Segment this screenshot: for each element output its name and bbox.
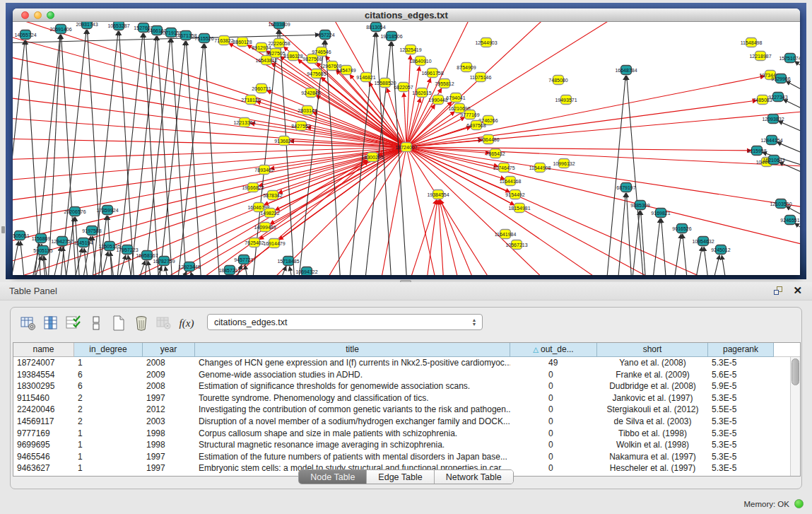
citation-node[interactable]: 15718485 bbox=[277, 257, 299, 266]
table-row[interactable]: 1830029562008Estimation of significance … bbox=[13, 380, 790, 392]
citation-node[interactable]: 8505051 bbox=[13, 231, 30, 240]
citation-node[interactable]: 7893462 bbox=[254, 165, 273, 175]
network-graph[interactable]: 1872400771638228860128891293422226058982… bbox=[13, 22, 800, 275]
citation-node[interactable]: 7865432 bbox=[486, 149, 505, 158]
column-header-out-degree[interactable]: △out_de... bbox=[510, 343, 597, 357]
citation-edge-selected[interactable] bbox=[278, 147, 406, 193]
column-header-title[interactable]: title bbox=[195, 343, 510, 357]
citation-edge-selected[interactable] bbox=[406, 105, 435, 147]
new-table-icon[interactable] bbox=[108, 313, 129, 334]
table-row[interactable]: 977716911998Corpus callosum shape and si… bbox=[13, 428, 790, 440]
control-panel-collapsed-handle[interactable] bbox=[1, 226, 5, 233]
citation-node[interactable]: 11548498 bbox=[741, 38, 763, 47]
citation-node[interactable]: 10996132 bbox=[553, 159, 575, 168]
network-window-titlebar[interactable]: citations_edges.txt bbox=[13, 8, 800, 22]
citation-edge[interactable] bbox=[165, 267, 169, 275]
table-vertical-scrollbar[interactable] bbox=[790, 357, 800, 476]
citation-node[interactable]: 11641984 bbox=[495, 230, 517, 239]
citation-node[interactable]: 12325419 bbox=[399, 45, 421, 54]
citation-node[interactable]: 19493571 bbox=[555, 95, 577, 105]
table-mode-icon[interactable] bbox=[18, 313, 39, 334]
citation-node[interactable]: 2060731 bbox=[252, 84, 271, 93]
citation-node[interactable]: 10653287 bbox=[107, 22, 129, 30]
citation-node[interactable]: 8860128 bbox=[233, 37, 252, 47]
citation-node[interactable]: 7857224 bbox=[315, 30, 334, 40]
table-row[interactable]: 911546021997Tourette syndrome. Phenomeno… bbox=[13, 392, 790, 404]
table-row[interactable]: 2242004622012Investigating the contribut… bbox=[13, 404, 790, 416]
citation-edge-selected[interactable] bbox=[406, 147, 550, 275]
citation-node[interactable]: 12103550 bbox=[770, 199, 792, 209]
citation-edge[interactable] bbox=[673, 234, 681, 275]
delete-column-trash-icon[interactable] bbox=[131, 313, 152, 334]
citation-edge[interactable] bbox=[92, 31, 118, 275]
citation-edge[interactable] bbox=[143, 33, 159, 275]
network-canvas[interactable]: 1872400771638228860128891293422226058982… bbox=[13, 22, 800, 275]
citation-edge[interactable] bbox=[191, 272, 194, 275]
citation-node[interactable]: 2718126 bbox=[241, 95, 260, 105]
citation-edge[interactable] bbox=[779, 162, 800, 180]
citation-edge-selected[interactable] bbox=[438, 200, 444, 275]
citation-edge-selected[interactable] bbox=[440, 199, 476, 275]
citation-node[interactable]: 12218987 bbox=[749, 52, 771, 61]
citation-node[interactable]: 8754909 bbox=[457, 63, 476, 72]
citation-edge[interactable] bbox=[117, 33, 143, 275]
citation-edge[interactable] bbox=[186, 41, 201, 275]
citation-node[interactable]: 19218506 bbox=[380, 32, 402, 41]
citation-edge[interactable] bbox=[795, 223, 800, 240]
citation-node[interactable]: 18457212 bbox=[218, 266, 240, 275]
memory-status-indicator[interactable] bbox=[794, 499, 804, 508]
table-row[interactable]: 969969511998Structural magnetic resonanc… bbox=[13, 439, 790, 451]
citation-node[interactable]: 20691406 bbox=[49, 25, 71, 34]
citation-edge-selected[interactable] bbox=[271, 63, 406, 147]
column-header-year[interactable]: year bbox=[143, 343, 195, 357]
citation-node[interactable]: 9475685 bbox=[307, 69, 326, 78]
table-row[interactable]: 1872400712008Changes of HCN gene express… bbox=[13, 357, 790, 369]
citation-node[interactable]: 10694322 bbox=[295, 267, 317, 276]
column-header-name[interactable]: name bbox=[13, 343, 74, 357]
citation-edge[interactable] bbox=[778, 121, 800, 139]
citation-node[interactable]: 7515526 bbox=[194, 34, 213, 43]
citation-edge[interactable] bbox=[245, 265, 249, 275]
citation-node[interactable]: 8813054 bbox=[366, 23, 385, 32]
citation-edge-selected[interactable] bbox=[13, 33, 406, 147]
citation-edge[interactable] bbox=[712, 255, 719, 275]
add-column-icon[interactable] bbox=[86, 313, 107, 334]
show-columns-icon[interactable] bbox=[40, 313, 61, 334]
tab-edge-table[interactable]: Edge Table bbox=[367, 470, 434, 484]
citation-node[interactable]: 18640910 bbox=[409, 57, 431, 66]
citation-edge-selected[interactable] bbox=[406, 147, 751, 151]
citation-edge[interactable] bbox=[722, 255, 726, 275]
table-row[interactable]: 1938455462009Genome-wide association stu… bbox=[13, 369, 790, 381]
citation-node[interactable]: 9016526 bbox=[672, 224, 691, 233]
citation-node[interactable]: 12213364 bbox=[233, 118, 255, 127]
citation-edge-selected[interactable] bbox=[406, 147, 437, 275]
float-panel-icon[interactable] bbox=[774, 286, 784, 296]
scrollbar-thumb[interactable] bbox=[792, 358, 799, 385]
citation-edge-selected[interactable] bbox=[406, 147, 800, 167]
citation-node[interactable]: 7955812 bbox=[435, 79, 454, 88]
citation-node[interactable]: 11075146 bbox=[470, 73, 492, 82]
citation-node[interactable]: 20364486 bbox=[477, 135, 499, 144]
tab-node-table[interactable]: Node Table bbox=[299, 470, 367, 484]
citation-node[interactable]: 9169821 bbox=[651, 209, 670, 218]
column-header-short[interactable]: short bbox=[597, 343, 708, 357]
citation-edge[interactable] bbox=[148, 261, 152, 275]
select-rows-icon[interactable] bbox=[63, 313, 84, 334]
citation-node[interactable]: 2803144 bbox=[298, 106, 317, 115]
citation-node[interactable]: 1362615 bbox=[412, 88, 431, 98]
citation-node[interactable]: 19166822 bbox=[242, 183, 264, 192]
network-window[interactable]: citations_edges.txt 18724007716382288601… bbox=[13, 8, 800, 275]
table-row[interactable]: 1456911722003Disruption of a novel membe… bbox=[13, 416, 790, 428]
citation-node[interactable]: 6822057 bbox=[394, 83, 413, 92]
citation-node[interactable]: 9246551 bbox=[780, 216, 799, 225]
citation-edge[interactable] bbox=[641, 211, 646, 275]
citation-node[interactable]: 10567213 bbox=[505, 240, 527, 250]
citation-node[interactable]: 18154981 bbox=[508, 204, 530, 213]
citation-node[interactable]: 16961758 bbox=[421, 69, 443, 78]
citation-node[interactable]: 16914479 bbox=[263, 239, 285, 248]
citation-node[interactable]: 12923446 bbox=[178, 262, 200, 271]
citation-node[interactable]: 9245012 bbox=[711, 245, 730, 255]
citation-node[interactable]: 16033809 bbox=[268, 22, 290, 29]
citation-node[interactable]: 11544908 bbox=[529, 163, 551, 173]
citation-node[interactable]: 14055724 bbox=[14, 30, 36, 40]
